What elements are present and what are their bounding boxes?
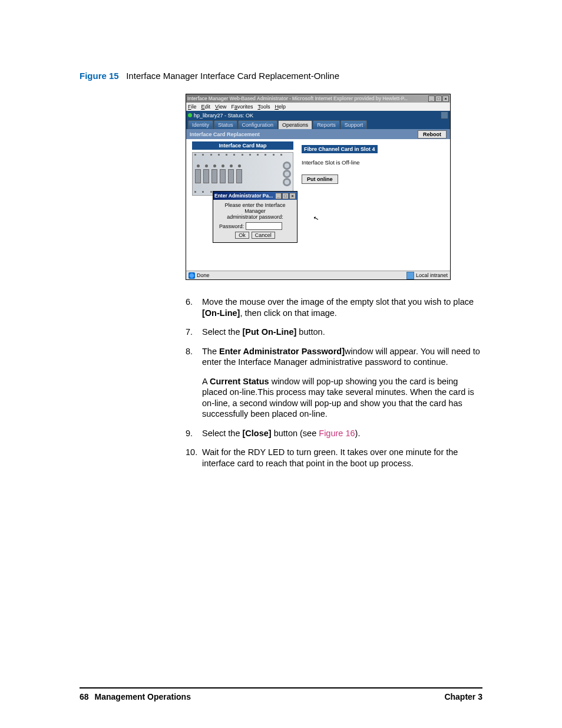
- browser-statusbar: Done Local intranet: [186, 271, 450, 279]
- menu-edit[interactable]: Edit: [201, 104, 211, 110]
- menu-view[interactable]: View: [215, 104, 226, 110]
- tab-status[interactable]: Status: [214, 120, 237, 129]
- step-8: 8. The Enter Administrator Password]wind…: [186, 346, 482, 420]
- status-bar: hp_library27 - Status: OK: [186, 111, 450, 120]
- tab-bar: Identity Status Configuration Operations…: [186, 120, 450, 129]
- gear-icon: [283, 162, 291, 170]
- cursor-icon: ↖: [312, 214, 319, 223]
- step-7: 7. Select the [Put On-Line] button.: [186, 327, 482, 338]
- page-number: 68: [80, 692, 89, 701]
- password-input[interactable]: [246, 222, 282, 230]
- intranet-icon: [406, 272, 414, 279]
- menu-favorites[interactable]: Favorites: [231, 104, 253, 110]
- info-header: Fibre Channel Card in Slot 4: [302, 145, 378, 153]
- footer-section: Management Operations: [95, 692, 191, 701]
- interface-card-map[interactable]: [192, 152, 293, 196]
- minimize-icon[interactable]: _: [428, 95, 435, 102]
- cancel-button[interactable]: Cancel: [252, 232, 275, 239]
- status-led-icon: [188, 113, 192, 117]
- ok-button[interactable]: Ok: [235, 232, 249, 239]
- figure-caption: Figure 15 Interface Manager Interface Ca…: [80, 71, 482, 81]
- tab-identity[interactable]: Identity: [188, 120, 213, 129]
- reboot-button[interactable]: Reboot: [418, 130, 447, 139]
- figure-title: Interface Manager Interface Card Replace…: [126, 71, 339, 81]
- slot-icon[interactable]: [219, 154, 226, 193]
- slot-icon[interactable]: [211, 154, 218, 193]
- figure-number: Figure 15: [80, 71, 119, 81]
- map-header: Interface Card Map: [192, 141, 293, 150]
- menu-help[interactable]: Help: [275, 104, 286, 110]
- menu-tools[interactable]: Tools: [257, 104, 270, 110]
- put-online-button[interactable]: Put online: [302, 174, 338, 184]
- password-dialog: Enter Administrator Pa... _ □ × Please e…: [213, 191, 297, 243]
- step-6: 6. Move the mouse over the image of the …: [186, 297, 482, 318]
- dialog-minimize-icon[interactable]: _: [275, 193, 282, 199]
- sub-bar: Interface Card Replacement Reboot: [186, 129, 450, 139]
- gear-icon: [283, 170, 291, 178]
- tab-configuration[interactable]: Configuration: [238, 120, 278, 129]
- menu-bar: File Edit View Favorites Tools Help: [186, 103, 450, 111]
- ie-icon: [189, 272, 195, 279]
- screenshot: Interface Manager Web-Based Administrato…: [186, 94, 451, 280]
- slot-icon[interactable]: [236, 154, 243, 193]
- dialog-msg-2: administrator password:: [227, 214, 283, 220]
- status-done: Done: [197, 272, 210, 278]
- subbar-title: Interface Card Replacement: [190, 131, 260, 137]
- tab-operations[interactable]: Operations: [278, 120, 312, 129]
- menu-file[interactable]: File: [188, 104, 197, 110]
- figure-16-link[interactable]: Figure 16: [319, 429, 355, 438]
- tab-support[interactable]: Support: [340, 120, 368, 129]
- window-title: Interface Manager Web-Based Administrato…: [187, 95, 408, 101]
- footer-chapter: Chapter 3: [444, 692, 482, 701]
- dialog-msg-1: Please enter the Interface Manager: [224, 202, 285, 214]
- status-square-icon: [441, 111, 448, 119]
- gear-icon: [283, 178, 291, 186]
- status-zone: Local intranet: [416, 272, 448, 278]
- slot-icon[interactable]: [227, 154, 234, 193]
- close-icon[interactable]: ×: [442, 95, 449, 102]
- slot-icon[interactable]: [203, 154, 210, 193]
- page-footer: 68Management Operations Chapter 3: [80, 683, 482, 701]
- password-label: Password:: [219, 223, 244, 229]
- slot-icon[interactable]: [194, 154, 201, 193]
- maximize-icon[interactable]: □: [435, 95, 442, 102]
- info-text: Interface Slot is Off-line: [302, 159, 445, 166]
- step-list: 6. Move the mouse over the image of the …: [186, 297, 482, 469]
- dialog-maximize-icon[interactable]: □: [282, 193, 289, 199]
- dialog-close-icon[interactable]: ×: [289, 193, 296, 199]
- tab-reports[interactable]: Reports: [313, 120, 340, 129]
- dialog-title: Enter Administrator Pa...: [214, 193, 273, 199]
- status-text: hp_library27 - Status: OK: [194, 113, 253, 118]
- step-10: 10. Wait for the RDY LED to turn green. …: [186, 447, 482, 469]
- content-body: Interface Card Map: [186, 139, 450, 279]
- window-titlebar: Interface Manager Web-Based Administrato…: [186, 94, 450, 103]
- step-9: 9. Select the [Close] button (see Figure…: [186, 428, 482, 439]
